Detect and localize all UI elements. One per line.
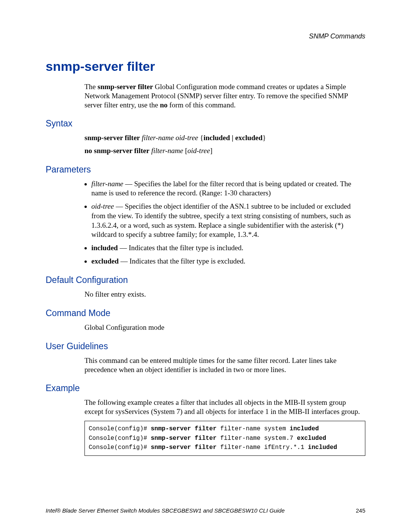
syntax-cmd: no snmp-server filter	[84, 147, 150, 155]
text: form of this command.	[167, 101, 236, 109]
code-cmd: snmp-server filter	[151, 444, 217, 451]
parameter-term: oid-tree	[91, 202, 114, 210]
page-number: 245	[356, 507, 365, 514]
code-cmd: snmp-server filter	[151, 435, 217, 442]
section-heading-example: Example	[46, 383, 365, 393]
user-guidelines-text: This command can be entered multiple tim…	[84, 356, 365, 374]
example-body: The following example creates a filter t…	[84, 398, 365, 456]
section-heading-default-config: Default Configuration	[46, 275, 365, 285]
prompt: Console(config)#	[89, 435, 151, 442]
separator: —	[114, 202, 125, 210]
parameter-description: Specifies the object identifier of the A…	[91, 202, 351, 238]
parameter-term: included	[91, 244, 118, 252]
command-mode-text: Global Configuration mode	[84, 323, 365, 332]
code-line: Console(config)# snmp-server filter filt…	[89, 424, 361, 434]
page: SNMP Commands snmp-server filter The snm…	[0, 0, 411, 532]
prompt: Console(config)#	[89, 425, 151, 432]
parameter-item: excluded — Indicates that the filter typ…	[91, 257, 365, 266]
footer-text: Intel® Blade Server Ethernet Switch Modu…	[46, 507, 285, 514]
running-header: SNMP Commands	[309, 32, 365, 40]
separator: —	[123, 180, 134, 188]
code-line: Console(config)# snmp-server filter filt…	[89, 434, 361, 443]
separator: —	[119, 257, 130, 265]
code-keyword: excluded	[297, 435, 326, 442]
intro-paragraph: The snmp-server filter Global Configurat…	[84, 82, 365, 109]
code-args: filter-name ifEntry.*.1	[217, 444, 308, 451]
text: The	[84, 83, 97, 91]
section-heading-syntax: Syntax	[46, 118, 365, 129]
code-args: filter-name system	[217, 425, 290, 432]
parameter-description: Indicates that the filter type is exclud…	[129, 257, 245, 265]
page-footer: Intel® Blade Server Ethernet Switch Modu…	[46, 507, 365, 514]
example-text: The following example creates a filter t…	[84, 398, 365, 416]
code-example: Console(config)# snmp-server filter filt…	[84, 421, 365, 456]
default-config-text: No filter entry exists.	[84, 290, 365, 299]
syntax-options: included | excluded	[204, 134, 263, 142]
section-heading-command-mode: Command Mode	[46, 308, 365, 318]
syntax-body: snmp-server filter filter-name oid-tree …	[84, 133, 365, 155]
parameter-term: excluded	[91, 257, 119, 265]
code-args: filter-name system.7	[217, 435, 297, 442]
brace: }	[263, 134, 266, 142]
page-title: snmp-server filter	[46, 59, 365, 74]
code-cmd: snmp-server filter	[151, 425, 217, 432]
parameter-description: Indicates that the filter type is includ…	[129, 244, 243, 252]
syntax-args: filter-name oid-tree	[142, 134, 198, 142]
syntax-line-1: snmp-server filter filter-name oid-tree …	[84, 133, 365, 142]
parameter-item: oid-tree — Specifies the object identifi…	[91, 202, 365, 240]
bracket: ]	[210, 147, 212, 155]
brace: {	[198, 134, 204, 142]
syntax-cmd: snmp-server filter	[84, 134, 140, 142]
command-name: snmp-server filter	[97, 83, 153, 91]
syntax-line-2: no snmp-server filter filter-name [oid-t…	[84, 146, 365, 155]
parameters-body: filter-name — Specifies the label for th…	[84, 179, 365, 266]
parameter-item: filter-name — Specifies the label for th…	[91, 179, 365, 198]
code-line: Console(config)# snmp-server filter filt…	[89, 443, 361, 452]
bracket: [	[183, 147, 187, 155]
prompt: Console(config)#	[89, 444, 151, 451]
code-keyword: included	[290, 425, 319, 432]
section-heading-parameters: Parameters	[46, 165, 365, 175]
code-keyword: included	[308, 444, 337, 451]
syntax-arg: filter-name	[151, 147, 183, 155]
keyword-no: no	[160, 101, 167, 109]
section-heading-user-guidelines: User Guidelines	[46, 341, 365, 351]
parameter-item: included — Indicates that the filter typ…	[91, 243, 365, 253]
syntax-arg: oid-tree	[188, 147, 210, 155]
separator: —	[118, 244, 129, 252]
parameter-term: filter-name	[91, 180, 123, 188]
